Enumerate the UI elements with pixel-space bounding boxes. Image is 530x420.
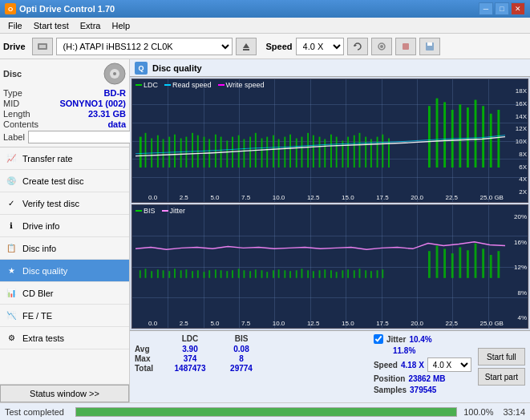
bottom-chart-x-axis: 0.02.55.07.510.012.515.017.520.022.525.0… [148, 320, 504, 328]
minimize-button[interactable]: ─ [479, 2, 493, 15]
svg-rect-63 [459, 104, 461, 168]
disc-contents-row: Contents data [3, 119, 126, 129]
menu-file[interactable]: File [3, 19, 27, 32]
svg-rect-113 [436, 245, 439, 277]
status-window-button[interactable]: Status window >> [0, 385, 129, 402]
svg-point-12 [113, 72, 116, 75]
svg-rect-18 [157, 135, 159, 168]
svg-rect-9 [427, 42, 432, 46]
svg-rect-92 [273, 270, 274, 278]
nav-disc-info[interactable]: 📋 Disc info [0, 237, 129, 260]
nav-disc-quality[interactable]: ★ Disc quality [0, 260, 129, 282]
svg-rect-28 [215, 135, 216, 168]
menu-extra[interactable]: Extra [75, 19, 106, 32]
svg-rect-68 [497, 110, 500, 168]
stats-total-row: Total 1487473 29774 [135, 364, 367, 373]
cd-bler-icon: 📊 [5, 287, 18, 300]
svg-rect-66 [482, 106, 484, 168]
speed-select[interactable]: 4.0 X [296, 38, 344, 55]
svg-rect-39 [278, 139, 280, 168]
start-full-button[interactable]: Start full [478, 348, 525, 365]
bottom-chart: BIS Jitter [131, 204, 528, 329]
close-button[interactable]: ✕ [511, 2, 525, 15]
title-bar: O Opti Drive Control 1.70 ─ □ ✕ [0, 0, 530, 18]
drive-select[interactable]: (H:) ATAPI iHBS112 2 CL0K [56, 38, 233, 55]
nav-cd-bler[interactable]: 📊 CD Bler [0, 282, 129, 305]
create-disc-icon: 💿 [5, 175, 18, 188]
ldc-legend: LDC [136, 81, 158, 89]
svg-rect-80 [204, 272, 205, 278]
svg-rect-40 [284, 137, 285, 168]
svg-rect-107 [359, 269, 361, 278]
sidebar: Disc Type BD-R MID SONYNO1 (002) Length [0, 59, 130, 402]
svg-rect-19 [163, 139, 164, 168]
svg-rect-114 [443, 248, 446, 277]
svg-rect-56 [377, 137, 378, 168]
svg-rect-86 [238, 269, 240, 278]
eject-button[interactable] [236, 38, 257, 55]
bottom-chart-svg [136, 216, 505, 278]
svg-rect-106 [354, 270, 355, 278]
bottom-chart-y-axis: 20%16%12%8%4% [505, 205, 528, 328]
nav-create-test-disc[interactable]: 💿 Create test disc [0, 170, 129, 192]
svg-rect-115 [451, 253, 454, 278]
svg-rect-94 [284, 270, 285, 278]
top-chart-legend: LDC Read speed Write speed [136, 81, 264, 89]
svg-marker-2 [243, 43, 249, 48]
svg-rect-88 [249, 271, 251, 278]
disc-mid-row: MID SONYNO1 (002) [3, 99, 126, 108]
jitter-checkbox[interactable] [374, 334, 383, 344]
disc-title: Disc [3, 69, 22, 79]
menu-help[interactable]: Help [107, 19, 135, 32]
svg-rect-70 [145, 269, 147, 278]
refresh-button[interactable] [347, 38, 368, 55]
svg-rect-83 [220, 270, 222, 278]
svg-rect-95 [289, 271, 291, 278]
top-chart-y-axis: 18X16X14X12X10X8X6X4X2X [505, 79, 528, 202]
svg-rect-100 [319, 270, 321, 278]
svg-rect-85 [232, 270, 233, 278]
svg-rect-61 [443, 102, 446, 168]
svg-rect-82 [215, 269, 216, 278]
nav-fe-te[interactable]: 📉 FE / TE [0, 305, 129, 327]
settings-button[interactable] [371, 38, 392, 55]
read-speed-legend: Read speed [164, 81, 212, 89]
svg-rect-64 [467, 107, 469, 168]
svg-rect-74 [168, 271, 170, 278]
svg-rect-38 [273, 135, 274, 168]
start-part-button[interactable]: Start part [478, 368, 525, 386]
svg-rect-47 [324, 139, 326, 168]
svg-rect-54 [365, 137, 366, 168]
svg-rect-23 [185, 137, 187, 168]
svg-rect-57 [382, 135, 383, 168]
content-area: Q Disc quality LDC Read speed [130, 59, 530, 402]
nav-drive-info[interactable]: ℹ Drive info [0, 215, 129, 237]
svg-rect-53 [359, 133, 361, 168]
svg-rect-48 [330, 135, 332, 168]
label-input[interactable] [28, 131, 135, 143]
maximize-button[interactable]: □ [495, 2, 509, 15]
nav-extra-tests[interactable]: ⚙ Extra tests [0, 327, 129, 349]
svg-rect-117 [467, 250, 469, 278]
svg-rect-109 [370, 271, 372, 278]
bottom-chart-legend: BIS Jitter [136, 207, 185, 215]
svg-rect-71 [151, 271, 152, 278]
svg-rect-91 [266, 272, 268, 278]
svg-rect-90 [261, 270, 263, 278]
stats-table: LDC BIS Avg 3.90 0.08 Max 374 8 Total 14… [135, 334, 367, 399]
svg-rect-37 [266, 137, 268, 168]
nav-transfer-rate[interactable]: 📈 Transfer rate [0, 147, 129, 170]
speed-stat-select[interactable]: 4.0 X [427, 357, 471, 372]
nav-verify-test-disc[interactable]: ✓ Verify test disc [0, 192, 129, 215]
svg-rect-108 [365, 270, 366, 278]
nav-items: 📈 Transfer rate 💿 Create test disc ✓ Ver… [0, 147, 129, 384]
svg-rect-50 [342, 140, 343, 168]
icon-btn-3[interactable] [395, 38, 416, 55]
svg-rect-93 [278, 269, 280, 278]
save-button[interactable] [419, 38, 440, 55]
svg-rect-34 [249, 137, 251, 168]
svg-rect-81 [208, 270, 210, 278]
menu-start-test[interactable]: Start test [29, 19, 74, 32]
svg-rect-26 [204, 137, 205, 168]
svg-rect-99 [313, 271, 314, 278]
